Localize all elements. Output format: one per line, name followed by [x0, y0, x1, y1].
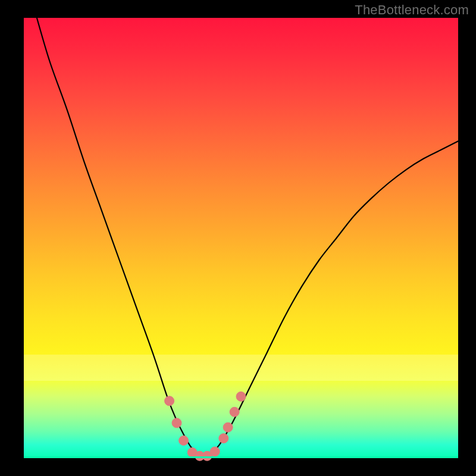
curve-marker — [172, 418, 181, 428]
curve-marker — [236, 392, 246, 401]
curve-marker — [210, 447, 220, 456]
bottleneck-curve-svg — [24, 18, 458, 458]
baseline — [24, 456, 458, 458]
curve-marker — [219, 434, 228, 443]
chart-frame: TheBottleneck.com — [0, 0, 476, 476]
plot-area — [24, 18, 458, 458]
curve-marker — [230, 407, 239, 416]
watermark-text: TheBottleneck.com — [355, 2, 469, 18]
curve-markers — [165, 392, 246, 461]
curve-marker — [223, 422, 233, 432]
bottleneck-curve — [37, 18, 458, 457]
curve-marker — [179, 436, 189, 445]
curve-marker — [165, 396, 174, 406]
